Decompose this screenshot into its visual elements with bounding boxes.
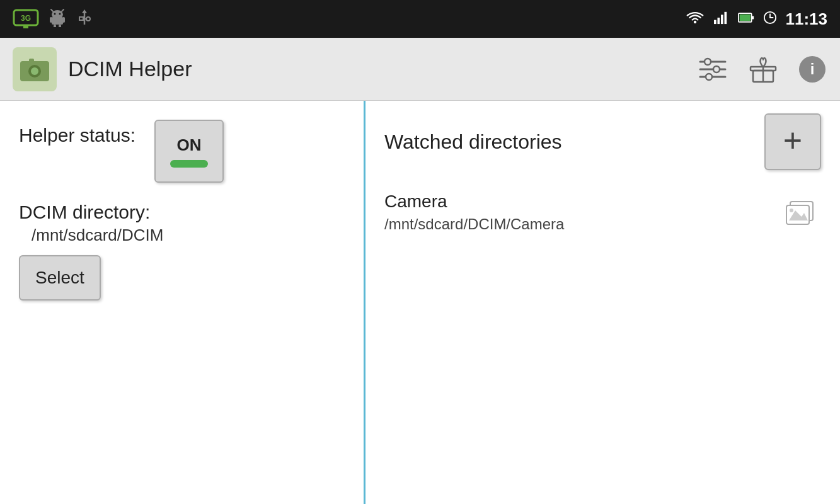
svg-point-16	[86, 17, 90, 21]
main-content: Helper status: ON DCIM directory: /mnt/s…	[0, 101, 840, 504]
svg-text:i: i	[810, 60, 815, 77]
svg-rect-2	[23, 25, 28, 28]
svg-point-48	[790, 209, 793, 212]
svg-point-38	[713, 66, 720, 72]
svg-rect-25	[751, 16, 753, 19]
watched-item-info: Camera /mnt/sdcard/DCIM/Camera	[384, 192, 564, 233]
svg-point-19	[693, 21, 696, 23]
status-time: 11:13	[786, 9, 828, 29]
app-bar: DCIM Helper i	[0, 38, 840, 101]
svg-rect-22	[721, 14, 723, 24]
app-logo	[13, 47, 57, 91]
svg-rect-9	[50, 17, 52, 23]
svg-rect-12	[59, 25, 61, 27]
svg-marker-14	[82, 9, 87, 13]
right-panel: Watched directories + Camera /mnt/sdcard…	[365, 101, 840, 504]
watched-title: Watched directories	[384, 130, 562, 154]
left-panel: Helper status: ON DCIM directory: /mnt/s…	[0, 101, 365, 504]
svg-rect-33	[29, 59, 34, 62]
status-right: 11:13	[686, 9, 828, 29]
svg-point-32	[31, 67, 38, 75]
svg-rect-26	[739, 14, 750, 21]
app-title: DCIM Helper	[68, 57, 696, 81]
toggle-indicator	[170, 160, 208, 168]
toggle-on-text: ON	[177, 135, 202, 155]
svg-line-6	[51, 9, 53, 11]
dcim-path: /mnt/sdcard/DCIM	[32, 226, 345, 245]
helper-status-label: Helper status:	[19, 120, 135, 146]
svg-rect-20	[714, 20, 716, 24]
battery-icon	[738, 11, 754, 27]
3g-icon: 3G	[13, 9, 39, 29]
toggle-button[interactable]: ON	[154, 120, 224, 183]
helper-status-row: Helper status: ON	[19, 120, 345, 183]
select-button[interactable]: Select	[19, 255, 101, 301]
svg-rect-23	[724, 12, 727, 24]
status-bar: 3G	[0, 0, 840, 38]
watched-header: Watched directories +	[384, 113, 821, 170]
watched-item-path: /mnt/sdcard/DCIM/Camera	[384, 215, 564, 233]
gift-icon[interactable]	[747, 53, 780, 86]
usb-icon	[76, 8, 93, 30]
info-icon[interactable]: i	[797, 54, 827, 84]
status-left: 3G	[13, 8, 93, 30]
svg-point-4	[54, 13, 56, 15]
svg-line-7	[62, 9, 64, 11]
app-bar-actions: i	[696, 53, 827, 86]
svg-rect-8	[52, 17, 63, 25]
dcim-label: DCIM directory:	[19, 202, 345, 223]
wifi-icon	[686, 11, 704, 27]
svg-rect-21	[717, 18, 720, 24]
svg-text:3G: 3G	[21, 14, 31, 23]
add-icon: +	[783, 124, 802, 157]
photo-icon	[783, 196, 821, 229]
add-directory-button[interactable]: +	[764, 113, 821, 170]
signal-icon	[713, 11, 729, 27]
svg-point-37	[705, 59, 711, 65]
settings-icon[interactable]	[696, 54, 729, 84]
svg-point-5	[59, 13, 61, 15]
watched-item-name: Camera	[384, 192, 564, 212]
svg-point-39	[706, 74, 712, 80]
svg-rect-11	[54, 25, 56, 27]
dcim-section: DCIM directory: /mnt/sdcard/DCIM Select	[19, 202, 345, 301]
android-icon	[48, 8, 67, 30]
clock-icon	[763, 11, 777, 27]
watched-item: Camera /mnt/sdcard/DCIM/Camera	[384, 185, 821, 239]
svg-rect-10	[62, 17, 65, 23]
